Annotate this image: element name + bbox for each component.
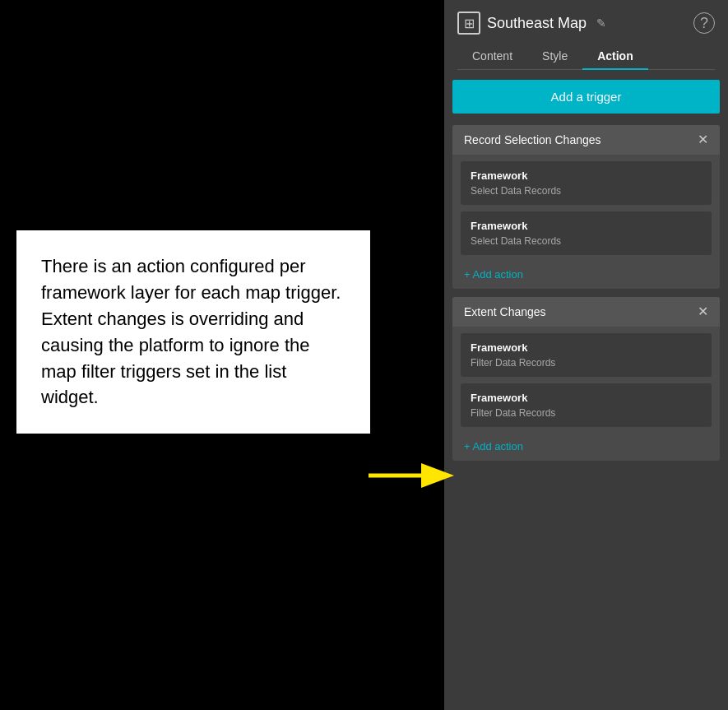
- tab-action[interactable]: Action: [582, 43, 648, 69]
- panel-title-left: ⊞ Southeast Map ✎: [457, 12, 606, 35]
- action-card-2-2: Framework Filter Data Records: [461, 383, 712, 427]
- panel-body: Add a trigger Record Selection Changes ✕…: [444, 70, 728, 710]
- map-icon: ⊞: [457, 12, 480, 35]
- action-card-2-2-subtitle: Filter Data Records: [471, 407, 702, 419]
- tabs-row: Content Style Action: [457, 43, 715, 70]
- close-trigger-record-selection[interactable]: ✕: [698, 133, 708, 146]
- trigger-header-extent-changes: Extent Changes ✕: [452, 297, 720, 327]
- action-card-1-1-title: Framework: [471, 169, 702, 182]
- tab-style[interactable]: Style: [527, 43, 582, 69]
- action-card-1-2-subtitle: Select Data Records: [471, 235, 702, 247]
- trigger-title-record-selection: Record Selection Changes: [464, 133, 601, 146]
- add-action-link-2[interactable]: + Add action: [452, 434, 720, 461]
- edit-icon[interactable]: ✎: [596, 16, 606, 30]
- panel-title: Southeast Map: [487, 15, 587, 32]
- action-card-2-1-subtitle: Filter Data Records: [471, 357, 702, 369]
- trigger-title-extent-changes: Extent Changes: [464, 305, 546, 318]
- annotation-text: There is an action configured per framew…: [41, 256, 341, 407]
- arrow-indicator: [369, 459, 455, 495]
- panel-title-row: ⊞ Southeast Map ✎ ?: [457, 12, 715, 35]
- action-card-1-2: Framework Select Data Records: [461, 211, 712, 255]
- action-card-1-1-subtitle: Select Data Records: [471, 185, 702, 197]
- trigger-header-record-selection: Record Selection Changes ✕: [452, 125, 720, 155]
- action-card-1-2-title: Framework: [471, 220, 702, 232]
- action-card-2-1: Framework Filter Data Records: [461, 333, 712, 377]
- add-action-link-1[interactable]: + Add action: [452, 262, 720, 289]
- annotation-box: There is an action configured per framew…: [16, 230, 370, 434]
- action-card-1-1: Framework Select Data Records: [461, 161, 712, 205]
- tab-content[interactable]: Content: [457, 43, 527, 69]
- trigger-section-record-selection: Record Selection Changes ✕ Framework Sel…: [452, 125, 720, 289]
- close-trigger-extent-changes[interactable]: ✕: [698, 305, 708, 318]
- help-icon[interactable]: ?: [693, 12, 715, 34]
- action-card-2-2-title: Framework: [471, 392, 702, 404]
- add-trigger-button[interactable]: Add a trigger: [452, 80, 720, 114]
- action-card-2-1-title: Framework: [471, 341, 702, 354]
- trigger-section-extent-changes: Extent Changes ✕ Framework Filter Data R…: [452, 297, 720, 461]
- right-panel: ⊞ Southeast Map ✎ ? Content Style Action…: [444, 0, 728, 710]
- panel-header: ⊞ Southeast Map ✎ ? Content Style Action: [444, 0, 728, 70]
